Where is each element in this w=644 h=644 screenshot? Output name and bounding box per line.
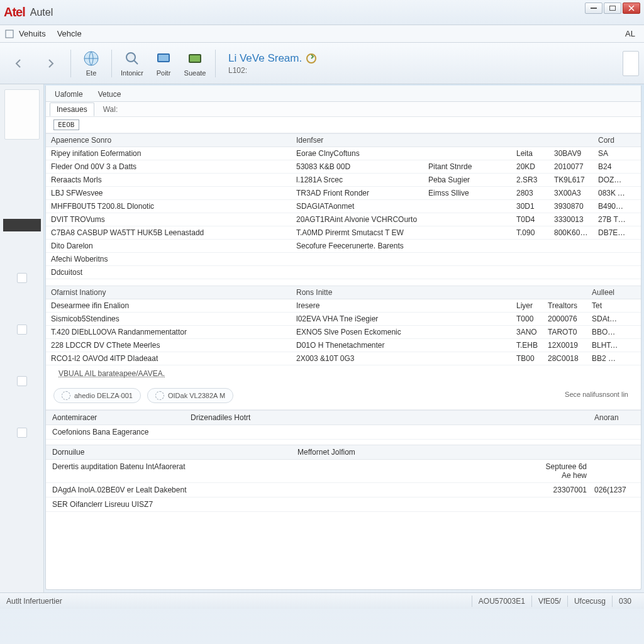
- title-bar: Atel Autel: [0, 0, 644, 25]
- cell: 28C0018: [543, 352, 587, 365]
- cell: DVIT TROVums: [46, 213, 291, 226]
- cell: [291, 497, 540, 511]
- sub-tab-2[interactable]: Wal:: [97, 103, 125, 116]
- g1h3[interactable]: [511, 134, 549, 147]
- cell: Ripey inifation Eofermation: [46, 147, 291, 160]
- cell: BLHTexloen: [587, 339, 625, 352]
- cell: 800K6019: [549, 226, 593, 239]
- g2h1[interactable]: Rons Initte: [291, 286, 511, 299]
- cell: [593, 266, 631, 279]
- menu-item-2[interactable]: Vehcle: [57, 29, 82, 38]
- table-row[interactable]: DAgdA InolA.02BE0V er Lealt Dakebent2330…: [46, 483, 641, 497]
- table-row[interactable]: DVIT TROVums20AGT1RAint Alvonie VCHRCOur…: [46, 213, 641, 226]
- cell: [549, 253, 593, 265]
- main-tab-2[interactable]: Vetuce: [94, 87, 125, 101]
- cell: 026(1237: [591, 483, 641, 497]
- table-row[interactable]: LBJ SFWesveeTR3AD Friont RonderEimss Sll…: [46, 187, 641, 200]
- g2h4[interactable]: [543, 286, 587, 299]
- cell: Derertis aupditation Batenu IntAfaorerat: [46, 460, 291, 482]
- sect4h-l: Dornuilue: [46, 445, 291, 459]
- cell: 2010077: [549, 160, 593, 173]
- table-row[interactable]: Reraacts Morlsl.1281A SrcecPeba Sugier2.…: [46, 174, 641, 187]
- main-tab-1[interactable]: Uafomle: [51, 87, 87, 101]
- g2h0[interactable]: Ofarnist Inationy: [46, 286, 291, 299]
- minimize-button[interactable]: [585, 3, 602, 14]
- cell: LBJ SFWesvee: [46, 187, 291, 199]
- table-row[interactable]: Ripey inifation EofermationEorae ClnyCof…: [46, 147, 641, 160]
- sidebar: [0, 84, 44, 592]
- status-s3: Ufcecusg: [567, 596, 612, 607]
- tool-forward[interactable]: [36, 55, 64, 72]
- chip-icon: [155, 391, 164, 400]
- entry-field[interactable]: EEOB: [53, 119, 79, 130]
- menu-bar: Vehuits Vehcle AL: [0, 25, 644, 43]
- cell: TR3AD Friont Ronder: [291, 187, 423, 199]
- tool-poitr[interactable]: Poitr: [150, 50, 177, 77]
- cell: 20AGT1RAint Alvonie VCHRCOurto: [291, 213, 423, 226]
- link-row[interactable]: VBUAL AIL barateapee/AAVEA.: [46, 365, 641, 382]
- g1h2[interactable]: [423, 134, 511, 147]
- table-row[interactable]: RCO1-l2 OAVOd 4lTP DIadeaat2X003 &10T 0G…: [46, 352, 641, 365]
- sect3-row[interactable]: Coefonions Bana Eagerance: [46, 425, 641, 440]
- cell: [423, 266, 511, 279]
- chip-1[interactable]: ahedio DELZA·001: [53, 388, 141, 403]
- sidebar-mini-4[interactable]: [17, 428, 27, 438]
- cell: [540, 497, 591, 511]
- tool-intonicr[interactable]: Intonicr: [118, 50, 146, 77]
- table-row[interactable]: Ddcuitost: [46, 266, 641, 279]
- cell: T000: [511, 313, 543, 325]
- g1h5[interactable]: Cord: [593, 134, 631, 147]
- cell: Septuree 6d Ae hew: [540, 460, 591, 482]
- table-row[interactable]: Fleder Ond 00V 3 a Datts53083 K&B 00DPit…: [46, 160, 641, 174]
- sub-tab-active[interactable]: Inesaues: [50, 103, 94, 116]
- g1h0[interactable]: Apaenence Sonro: [46, 134, 291, 147]
- table-row[interactable]: Derertis aupditation Batenu IntAfaorerat…: [46, 460, 641, 483]
- chip-icon: [62, 391, 70, 400]
- refresh-icon[interactable]: [306, 53, 317, 64]
- toolbar-right-box[interactable]: [623, 51, 639, 76]
- table-row[interactable]: MHFFB0UT5 T200.8L DlonoticSDAGIATAonmet3…: [46, 200, 641, 213]
- cell: RCO1-l2 OAVOd 4lTP DIadeaat: [46, 352, 291, 365]
- tool-ete[interactable]: Ete: [77, 50, 105, 77]
- table-row[interactable]: Dito DarelonSecofure Feecerunerte. Baren…: [46, 240, 641, 253]
- g1h1[interactable]: Idenfser: [291, 134, 423, 147]
- cell: BB2 L Veent: [587, 352, 625, 365]
- cell: [423, 226, 511, 239]
- close-button[interactable]: [623, 3, 640, 14]
- sidebar-mini-3[interactable]: [17, 376, 27, 386]
- g2h3[interactable]: [511, 286, 543, 299]
- g2h5[interactable]: Aulleel: [587, 286, 625, 299]
- svg-rect-6: [158, 55, 169, 61]
- cell: B490A A: [593, 200, 631, 213]
- sidebar-mini-2[interactable]: [17, 325, 27, 335]
- table-row[interactable]: Afechi Woberitns: [46, 253, 641, 266]
- maximize-button[interactable]: [604, 3, 621, 14]
- g1h4[interactable]: [549, 134, 593, 147]
- toolbar-sep: [70, 50, 71, 77]
- sect3h-l: Aontemiracer: [46, 411, 184, 425]
- cell: 228 LDCCR DV CThete Meerles: [46, 339, 291, 352]
- table-row[interactable]: Sismicob5Stendinesl02EVA VHA Tne iSegier…: [46, 313, 641, 326]
- cell: 2X003 &10T 0G3: [291, 352, 511, 365]
- menu-right[interactable]: AL: [625, 29, 635, 38]
- toolbar: Ete Intonicr Poitr Sueate Li VeVe Sream.…: [0, 43, 644, 84]
- sidebar-thumb[interactable]: [4, 89, 40, 140]
- tool-poitr-label: Poitr: [157, 69, 171, 77]
- table-row[interactable]: 228 LDCCR DV CThete MeerlesD01O H Thenet…: [46, 339, 641, 352]
- table-row[interactable]: SER Oifanclerr Lisreuu UISZ7: [46, 497, 641, 512]
- sidebar-mini-1[interactable]: [17, 273, 27, 283]
- cell: D01O H Thenetachmenter: [291, 339, 511, 352]
- globe-icon: [82, 50, 100, 67]
- tool-sueate[interactable]: Sueate: [181, 50, 209, 77]
- chip-2[interactable]: OIDak VL2382A M: [147, 388, 233, 403]
- cell: TB00: [511, 352, 543, 365]
- cell: 12X0019: [543, 339, 587, 352]
- window-buttons: [585, 3, 640, 14]
- table-row[interactable]: C7BA8 CASBUP WA5TT HUK5B LeenastaddT.A0M…: [46, 226, 641, 240]
- table-row[interactable]: T.420 DIEbLL0OVA RandanmementattorEXNO5 …: [46, 326, 641, 339]
- cell: 3930870: [549, 200, 593, 213]
- tool-back[interactable]: [5, 55, 33, 72]
- cell: [591, 460, 641, 482]
- cell: DAgdA InolA.02BE0V er Lealt Dakebent: [46, 483, 291, 497]
- menu-item-1[interactable]: Vehuits: [19, 29, 46, 38]
